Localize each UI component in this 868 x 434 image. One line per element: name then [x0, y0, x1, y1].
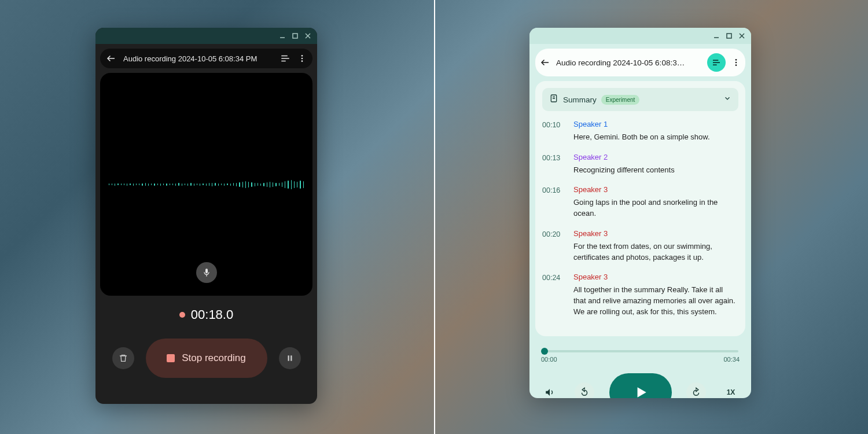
- transcript-list: 00:10Speaker 1Here, Gemini. Both be on a…: [535, 117, 745, 329]
- summary-label: Summary: [563, 95, 597, 104]
- waveform-display: [100, 73, 312, 296]
- seek-track[interactable]: [542, 350, 738, 352]
- more-icon[interactable]: [297, 54, 307, 63]
- entry-speaker: Speaker 2: [573, 152, 736, 163]
- recording-timer: 00:18.0: [95, 307, 317, 322]
- entry-timestamp: 00:20: [542, 229, 564, 263]
- window-titlebar: [529, 28, 751, 44]
- time-total: 00:34: [723, 356, 740, 363]
- recorder-controls: Stop recording: [95, 339, 317, 378]
- entry-speaker: Speaker 3: [573, 229, 736, 240]
- play-button[interactable]: [609, 373, 672, 398]
- back-icon[interactable]: [540, 57, 550, 68]
- maximize-icon[interactable]: [726, 32, 733, 39]
- entry-text: Recognizing different contents: [573, 165, 736, 176]
- svg-rect-11: [206, 275, 207, 277]
- entry-timestamp: 00:16: [542, 185, 564, 219]
- transcript-entry[interactable]: 00:10Speaker 1Here, Gemini. Both be on a…: [542, 119, 736, 143]
- svg-point-23: [735, 62, 737, 64]
- transcript-window: Audio recording 2024-10-05 6:08:3… Summa…: [529, 28, 751, 398]
- app-header: Audio recording 2024-10-05 6:08:3…: [535, 49, 745, 76]
- svg-marker-28: [637, 387, 646, 397]
- entry-body: Speaker 3All together in the summary Rea…: [573, 272, 736, 317]
- close-icon[interactable]: [738, 32, 745, 39]
- transcript-entry[interactable]: 00:20Speaker 3For the text from dates, o…: [542, 229, 736, 263]
- entry-text: All together in the summary Really. Take…: [573, 285, 736, 318]
- svg-rect-5: [281, 56, 288, 57]
- close-icon[interactable]: [304, 32, 311, 39]
- svg-rect-12: [288, 355, 289, 361]
- entry-body: Speaker 2Recognizing different contents: [573, 152, 736, 176]
- time-display: 00:00 00:34: [540, 356, 741, 363]
- pause-button[interactable]: [279, 347, 301, 369]
- transcript-entry[interactable]: 00:16Speaker 3Going laps in the pool and…: [542, 185, 736, 219]
- player-controls: 00:00 00:34 1X: [529, 341, 751, 398]
- time-current: 00:00: [541, 356, 557, 363]
- svg-rect-1: [293, 34, 297, 38]
- timer-value: 00:18.0: [191, 307, 233, 322]
- entry-text: For the text from dates, on our swimming…: [573, 241, 736, 263]
- entry-timestamp: 00:13: [542, 152, 564, 176]
- stop-label: Stop recording: [182, 352, 246, 364]
- window-titlebar: [95, 28, 317, 44]
- entry-text: Here, Gemini. Both be on a simple show.: [573, 132, 736, 143]
- transcript-icon[interactable]: [280, 53, 290, 64]
- seek-thumb[interactable]: [541, 348, 548, 355]
- entry-body: Speaker 3Going laps in the pool and snor…: [573, 185, 736, 219]
- back-icon[interactable]: [106, 53, 116, 64]
- rewind-button[interactable]: [575, 382, 594, 398]
- svg-point-10: [301, 60, 303, 62]
- mic-button[interactable]: [196, 262, 217, 283]
- entry-speaker: Speaker 3: [573, 185, 736, 196]
- recorder-window: Audio recording 2024-10-05 6:08:34 PM 00…: [95, 28, 317, 404]
- svg-point-9: [301, 58, 303, 60]
- volume-button[interactable]: [540, 382, 560, 398]
- entry-text: Going laps in the pool and snorkeling in…: [573, 197, 736, 219]
- recording-indicator-icon: [179, 312, 185, 318]
- stop-icon: [167, 354, 175, 362]
- transcript-entry[interactable]: 00:13Speaker 2Recognizing different cont…: [542, 152, 736, 176]
- entry-timestamp: 00:24: [542, 272, 564, 317]
- svg-rect-19: [713, 60, 718, 61]
- delete-button[interactable]: [112, 347, 134, 369]
- entry-body: Speaker 1Here, Gemini. Both be on a simp…: [573, 119, 736, 143]
- summary-toggle[interactable]: Summary Experiment: [542, 88, 738, 111]
- svg-rect-6: [281, 58, 289, 59]
- speed-button[interactable]: 1X: [721, 388, 741, 396]
- app-header: Audio recording 2024-10-05 6:08:34 PM: [100, 49, 312, 68]
- entry-speaker: Speaker 3: [573, 272, 736, 283]
- summary-icon: [549, 94, 558, 105]
- transcript-entry[interactable]: 00:24Speaker 3All together in the summar…: [542, 272, 736, 317]
- stop-recording-button[interactable]: Stop recording: [146, 339, 267, 378]
- svg-rect-15: [727, 34, 731, 38]
- split-divider: [434, 0, 435, 434]
- minimize-icon[interactable]: [279, 32, 286, 39]
- recording-title: Audio recording 2024-10-05 6:08:34 PM: [123, 54, 273, 63]
- svg-rect-20: [713, 62, 720, 63]
- minimize-icon[interactable]: [713, 32, 720, 39]
- svg-point-22: [735, 59, 737, 61]
- svg-rect-13: [290, 355, 292, 361]
- recording-title: Audio recording 2024-10-05 6:08:3…: [556, 58, 701, 67]
- forward-button[interactable]: [686, 382, 706, 398]
- transcript-toggle-button[interactable]: [707, 53, 726, 72]
- chevron-down-icon: [723, 94, 731, 105]
- waveform: [109, 180, 304, 189]
- entry-speaker: Speaker 1: [573, 119, 736, 130]
- svg-point-8: [301, 55, 303, 57]
- transcript-card: Summary Experiment 00:10Speaker 1Here, G…: [535, 81, 745, 336]
- entry-body: Speaker 3For the text from dates, on our…: [573, 229, 736, 263]
- svg-rect-21: [713, 64, 717, 65]
- maximize-icon[interactable]: [292, 32, 299, 39]
- entry-timestamp: 00:10: [542, 119, 564, 143]
- svg-rect-7: [281, 61, 286, 62]
- svg-point-24: [735, 64, 737, 66]
- more-icon[interactable]: [731, 58, 741, 67]
- experiment-badge: Experiment: [601, 95, 640, 105]
